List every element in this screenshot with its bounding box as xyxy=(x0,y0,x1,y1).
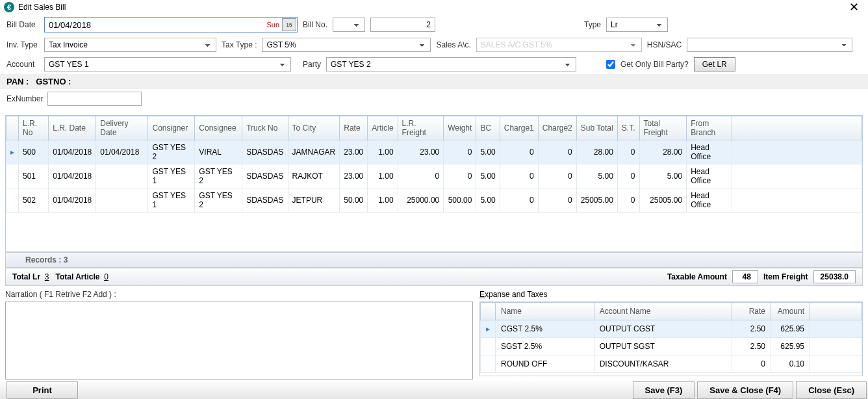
grid-cell: 0 xyxy=(500,164,538,188)
grid-cell: 502 xyxy=(19,188,49,212)
grid-header[interactable]: Delivery Date xyxy=(96,116,148,140)
exnumber-input[interactable] xyxy=(47,92,142,106)
window-title: Edit Sales Bill xyxy=(18,3,66,12)
expanse-header-cell[interactable]: Rate xyxy=(732,303,771,320)
grid-cell: 5.00 xyxy=(576,164,617,188)
grid-cell: 0 xyxy=(538,188,576,212)
bill-date-input[interactable] xyxy=(45,19,264,31)
grid-cell: 23.00 xyxy=(340,140,368,164)
grid-header[interactable]: BC xyxy=(476,116,500,140)
grid-header[interactable]: Rate xyxy=(340,116,368,140)
account-label: Account xyxy=(6,60,39,69)
narration-label: Narration ( F1 Retrive F2 Add ) : xyxy=(5,290,473,299)
grid-cell: SDASDAS xyxy=(242,188,288,212)
lr-grid[interactable]: L.R. NoL.R. DateDelivery DateConsignerCo… xyxy=(5,115,863,252)
exnumber-label: ExNumber xyxy=(6,94,42,103)
close-icon[interactable]: ✕ xyxy=(844,0,864,14)
inv-type-select[interactable]: Tax Invoice xyxy=(44,38,216,52)
expanse-row[interactable]: ROUND OFFDISCOUNT/KASAR00.10 xyxy=(481,355,862,373)
save-button[interactable]: Save (F3) xyxy=(633,381,695,399)
grid-cell: 25005.00 xyxy=(639,188,687,212)
tax-type-select[interactable]: GST 5% xyxy=(262,38,431,52)
bill-no-label: Bill No. xyxy=(303,20,327,29)
table-row[interactable]: ▸50001/04/201801/04/2018GST YES 2VIRALSD… xyxy=(6,140,862,164)
expanse-header-cell[interactable]: Amount xyxy=(771,303,810,320)
grid-cell: 0 xyxy=(538,164,576,188)
hsn-select[interactable] xyxy=(687,38,852,52)
grid-header[interactable]: Consigner xyxy=(148,116,195,140)
grid-cell xyxy=(96,188,148,212)
expanse-header-cell[interactable]: Account Name xyxy=(594,303,732,320)
print-button[interactable]: Print xyxy=(6,381,78,399)
grid-header[interactable]: L.R. No xyxy=(19,116,49,140)
sales-ac-label: Sales A\c. xyxy=(436,40,470,49)
calendar-icon[interactable]: 15 xyxy=(282,18,296,31)
grid-cell: 1.00 xyxy=(368,164,398,188)
table-row[interactable]: 50201/04/2018GST YES 1GST YES 2SDASDASJE… xyxy=(6,188,862,212)
grid-cell: 0 xyxy=(500,140,538,164)
grid-cell: 25005.00 xyxy=(576,188,617,212)
grid-cell: 1.00 xyxy=(368,188,398,212)
expanse-cell: OUTPUT SGST xyxy=(594,338,732,355)
get-lr-button[interactable]: Get LR xyxy=(694,57,735,71)
get-only-checkbox[interactable] xyxy=(606,60,615,69)
pan-label: PAN : xyxy=(6,77,29,86)
grid-header[interactable]: From Branch xyxy=(687,116,732,140)
grid-cell: Head Office xyxy=(687,188,732,212)
bill-date-day: Sun xyxy=(264,21,282,29)
expanse-row[interactable]: SGST 2.5%OUTPUT SGST2.50625.95 xyxy=(481,338,862,355)
grid-header[interactable]: Weight xyxy=(444,116,476,140)
account-select[interactable]: GST YES 1 xyxy=(44,57,291,71)
expanse-cell: SGST 2.5% xyxy=(496,338,594,355)
grid-cell: 0 xyxy=(617,188,639,212)
taxable-label: Taxable Amount xyxy=(667,272,727,281)
grid-cell: 50.00 xyxy=(340,188,368,212)
get-only-label: Get Only Bill Party? xyxy=(620,60,689,69)
grid-cell: 5.00 xyxy=(476,188,500,212)
grid-header[interactable]: Consignee xyxy=(195,116,242,140)
expanse-row[interactable]: ▸CGST 2.5%OUTPUT CGST2.50625.95 xyxy=(481,320,862,338)
grid-header[interactable]: L.R. Date xyxy=(49,116,96,140)
gstno-label: GSTNO : xyxy=(36,77,71,86)
grid-cell: 0 xyxy=(538,140,576,164)
grid-cell: 0 xyxy=(500,188,538,212)
bill-no-prefix-select[interactable] xyxy=(333,18,365,32)
grid-header[interactable]: Sub Total xyxy=(576,116,617,140)
grid-header[interactable]: Article xyxy=(368,116,398,140)
expanse-cell: 625.95 xyxy=(771,320,810,338)
grid-header[interactable]: To City xyxy=(288,116,340,140)
grid-cell: 500.00 xyxy=(444,188,476,212)
grid-cell: 01/04/2018 xyxy=(49,140,96,164)
table-row[interactable]: 50101/04/2018GST YES 1GST YES 2SDASDASRA… xyxy=(6,164,862,188)
close-button[interactable]: Close (Esc) xyxy=(796,381,867,399)
grid-header[interactable]: Charge2 xyxy=(538,116,576,140)
grid-cell: 5.00 xyxy=(639,164,687,188)
grid-header[interactable]: Charge1 xyxy=(500,116,538,140)
grid-header[interactable]: L.R. Freight xyxy=(398,116,444,140)
type-select[interactable]: Lr xyxy=(606,18,668,32)
expanse-grid[interactable]: NameAccount NameRateAmount ▸CGST 2.5%OUT… xyxy=(479,302,863,376)
total-lr-value: 3 xyxy=(45,272,49,281)
grid-header[interactable]: Truck No xyxy=(242,116,288,140)
grid-cell: VIRAL xyxy=(195,140,242,164)
party-select[interactable]: GST YES 2 xyxy=(326,57,576,71)
grid-cell: 01/04/2018 xyxy=(49,188,96,212)
grid-cell: SDASDAS xyxy=(242,140,288,164)
grid-cell: 01/04/2018 xyxy=(49,164,96,188)
bill-no-input[interactable] xyxy=(370,18,435,32)
grid-cell: 0 xyxy=(444,140,476,164)
grid-header[interactable]: Total Freight xyxy=(639,116,687,140)
expanse-cell: 625.95 xyxy=(771,338,810,355)
bill-date-field[interactable]: Sun 15 xyxy=(44,17,298,32)
grid-header[interactable]: S.T. xyxy=(617,116,639,140)
save-close-button[interactable]: Save & Close (F4) xyxy=(697,381,793,399)
expanse-cell: OUTPUT CGST xyxy=(594,320,732,338)
expanse-header-cell[interactable]: Name xyxy=(496,303,594,320)
hsn-label: HSN/SAC xyxy=(647,40,682,49)
inv-type-label: Inv. Type xyxy=(6,40,39,49)
narration-textarea[interactable] xyxy=(5,302,473,380)
expanse-cell: ROUND OFF xyxy=(496,355,594,373)
expanse-header: Expanse and Taxes xyxy=(479,290,863,302)
grid-cell: 0 xyxy=(617,164,639,188)
taxable-value: 48 xyxy=(732,270,758,283)
